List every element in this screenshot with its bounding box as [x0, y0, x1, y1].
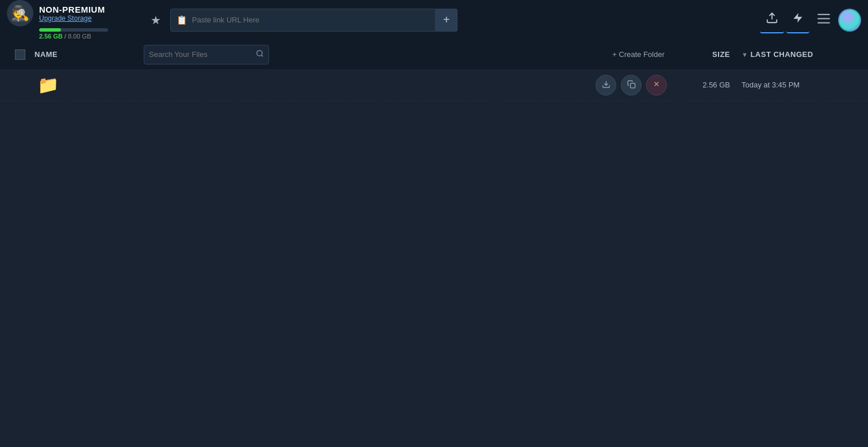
app-header: 🕵️ NON-PREMIUM Upgrade Storage 2.56 GB /…	[0, 0, 868, 40]
avatar-orb	[839, 10, 860, 30]
url-input-wrapper: 📋	[170, 9, 436, 32]
folder-icon: 📁	[34, 75, 61, 95]
last-changed-label: LAST CHANGED	[750, 50, 813, 59]
file-name[interactable]	[63, 79, 293, 91]
hamburger-icon	[817, 13, 830, 28]
svg-point-5	[257, 51, 262, 56]
star-icon: ★	[151, 14, 161, 26]
search-button[interactable]	[256, 49, 264, 59]
brand-area: 🕵️ NON-PREMIUM Upgrade Storage 2.56 GB /…	[7, 0, 139, 40]
brand-info: NON-PREMIUM Upgrade Storage	[39, 5, 105, 22]
file-list-header: NAME + Create Folder SIZE ▼ LAST CHANGED	[0, 40, 868, 69]
download-file-button[interactable]	[596, 75, 616, 95]
plus-icon: +	[443, 13, 450, 26]
upload-icon	[766, 12, 778, 28]
copy-icon	[627, 80, 636, 90]
add-link-button[interactable]: +	[436, 9, 458, 32]
favorites-button[interactable]: ★	[147, 10, 164, 30]
lightning-icon	[792, 12, 804, 28]
svg-rect-4	[817, 22, 830, 23]
header-right-actions	[760, 7, 861, 33]
svg-rect-3	[817, 18, 830, 19]
file-size: 2.56 GB	[673, 81, 742, 89]
clipboard-icon: 📋	[176, 15, 187, 25]
svg-rect-2	[817, 14, 830, 15]
file-list: 📁	[0, 69, 868, 101]
user-avatar-button[interactable]	[838, 9, 861, 32]
url-bar-area: 📋 +	[170, 9, 458, 32]
paste-link-input[interactable]	[192, 16, 429, 24]
search-input[interactable]	[149, 50, 252, 59]
search-box	[144, 45, 269, 64]
storage-bar-fill	[39, 28, 61, 32]
select-all-area	[6, 49, 34, 60]
create-folder-label: + Create Folder	[612, 50, 665, 59]
file-date: Today at 3:45 PM	[742, 81, 868, 89]
delete-file-button[interactable]	[646, 75, 667, 95]
last-changed-column-header: ▼ LAST CHANGED	[742, 50, 868, 59]
svg-line-6	[262, 55, 263, 57]
storage-used: 2.56 GB	[39, 33, 63, 40]
file-actions	[596, 75, 667, 95]
table-row: 📁	[0, 69, 868, 101]
size-column-header: SIZE	[673, 50, 742, 59]
upload-button[interactable]	[760, 7, 784, 33]
upgrade-storage-link[interactable]: Upgrade Storage	[39, 14, 105, 22]
storage-bar-background	[39, 28, 108, 32]
file-name-area	[63, 79, 590, 91]
select-all-checkbox[interactable]	[15, 49, 25, 60]
search-icon	[256, 50, 264, 59]
svg-marker-1	[794, 13, 802, 22]
storage-text: 2.56 GB / 8.00 GB	[39, 33, 108, 40]
menu-button[interactable]	[812, 8, 836, 32]
create-folder-button[interactable]: + Create Folder	[604, 47, 673, 62]
download-icon	[602, 80, 610, 90]
close-icon	[652, 80, 660, 90]
storage-bar-area: 2.56 GB / 8.00 GB	[39, 28, 108, 40]
copy-file-button[interactable]	[621, 75, 642, 95]
svg-rect-8	[630, 83, 635, 87]
name-column-header: NAME	[34, 50, 138, 59]
sort-arrow-icon[interactable]: ▼	[742, 51, 748, 58]
storage-total: 8.00 GB	[68, 33, 91, 40]
activity-button[interactable]	[786, 7, 809, 33]
empty-content-area	[0, 101, 868, 447]
app-logo: 🕵️	[7, 0, 33, 26]
brand-name: NON-PREMIUM	[39, 5, 105, 14]
